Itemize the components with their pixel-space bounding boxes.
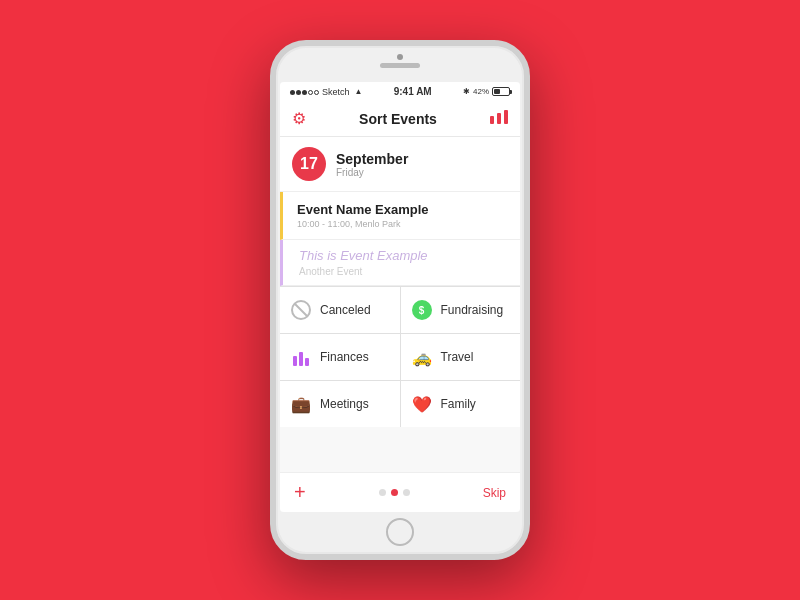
canceled-icon — [290, 299, 312, 321]
category-travel[interactable]: 🚕 Travel — [401, 334, 521, 380]
phone-speaker — [380, 63, 420, 68]
travel-label: Travel — [441, 350, 474, 364]
category-finances[interactable]: Finances — [280, 334, 400, 380]
svg-rect-1 — [497, 113, 501, 124]
finances-label: Finances — [320, 350, 369, 364]
travel-icon: 🚕 — [411, 346, 433, 368]
home-button[interactable] — [386, 518, 414, 546]
date-day: 17 — [300, 155, 318, 173]
phone-camera — [397, 54, 403, 60]
battery-percent: 42% — [473, 87, 489, 96]
canceled-label: Canceled — [320, 303, 371, 317]
event-name: Event Name Example — [297, 202, 508, 217]
signal-dots — [290, 87, 320, 97]
page-dot-3 — [403, 489, 410, 496]
date-circle: 17 — [292, 147, 326, 181]
page-dot-1 — [379, 489, 386, 496]
event-note: This is Event Example Another Event — [280, 240, 520, 286]
family-icon: ❤️ — [411, 393, 433, 415]
add-button[interactable]: + — [294, 481, 306, 504]
svg-rect-0 — [490, 116, 494, 124]
date-text: September Friday — [336, 151, 408, 178]
fundraising-label: Fundraising — [441, 303, 504, 317]
status-bar: Sketch ▲ 9:41 AM ✱ 42% — [280, 82, 520, 101]
date-weekday: Friday — [336, 167, 408, 178]
skip-button[interactable]: Skip — [483, 486, 506, 500]
date-month: September — [336, 151, 408, 167]
event-sub-text: Another Event — [299, 266, 508, 277]
fundraising-icon: $ — [411, 299, 433, 321]
event-time: 10:00 - 11:00, Menlo Park — [297, 219, 508, 229]
svg-rect-2 — [504, 110, 508, 124]
phone-frame: Sketch ▲ 9:41 AM ✱ 42% ⚙ Sort Events — [270, 40, 530, 560]
category-meetings[interactable]: 💼 Meetings — [280, 381, 400, 427]
category-family[interactable]: ❤️ Family — [401, 381, 521, 427]
status-right: ✱ 42% — [463, 87, 510, 96]
category-fundraising[interactable]: $ Fundraising — [401, 287, 521, 333]
meetings-icon: 💼 — [290, 393, 312, 415]
wifi-icon: ▲ — [355, 87, 363, 96]
finances-icon — [290, 346, 312, 368]
date-section: 17 September Friday — [280, 137, 520, 192]
main-content: 17 September Friday Event Name Example 1… — [280, 137, 520, 472]
status-left: Sketch ▲ — [290, 87, 362, 97]
bluetooth-icon: ✱ — [463, 87, 470, 96]
chart-icon[interactable] — [490, 110, 508, 128]
event-note-text: This is Event Example — [299, 248, 508, 263]
nav-bar: ⚙ Sort Events — [280, 101, 520, 137]
bottom-bar: + Skip — [280, 472, 520, 512]
meetings-label: Meetings — [320, 397, 369, 411]
svg-line-4 — [295, 304, 307, 316]
carrier-label: Sketch — [322, 87, 350, 97]
settings-icon[interactable]: ⚙ — [292, 109, 306, 128]
page-indicators — [379, 489, 410, 496]
page-dot-2 — [391, 489, 398, 496]
nav-title: Sort Events — [359, 111, 437, 127]
battery-icon — [492, 87, 510, 96]
status-time: 9:41 AM — [394, 86, 432, 97]
categories-grid: Canceled $ Fundraising — [280, 286, 520, 427]
screen: Sketch ▲ 9:41 AM ✱ 42% ⚙ Sort Events — [280, 82, 520, 512]
category-canceled[interactable]: Canceled — [280, 287, 400, 333]
family-label: Family — [441, 397, 476, 411]
event-card[interactable]: Event Name Example 10:00 - 11:00, Menlo … — [280, 192, 520, 240]
